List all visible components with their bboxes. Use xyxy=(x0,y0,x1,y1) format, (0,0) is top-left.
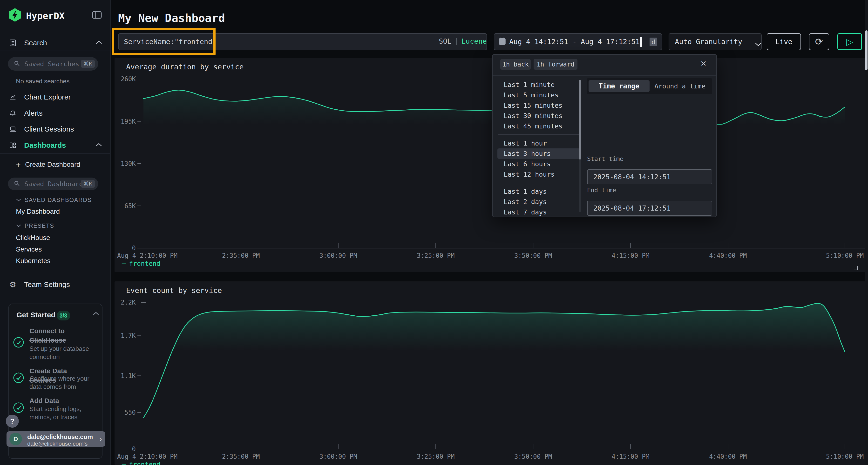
svg-text:0: 0 xyxy=(132,445,136,453)
svg-text:0: 0 xyxy=(132,244,136,252)
presets-group-header[interactable]: PRESETS xyxy=(16,222,54,229)
app-root: HyperDX Search Saved Searches ⌘K No save… xyxy=(0,0,868,465)
quick-range-item[interactable]: Last 2 days xyxy=(497,197,580,207)
svg-text:2:35:00 PM: 2:35:00 PM xyxy=(222,453,260,460)
svg-text:5:10:00 PM: 5:10:00 PM xyxy=(826,252,864,259)
help-button[interactable]: ? xyxy=(6,414,19,428)
chevron-up-icon xyxy=(95,40,102,45)
list-divider xyxy=(498,134,579,135)
sidebar-item-search[interactable]: Search xyxy=(0,37,111,48)
quick-range-scrollbar[interactable] xyxy=(579,80,581,212)
svg-text:2.2K: 2.2K xyxy=(121,299,136,306)
start-time-input[interactable] xyxy=(587,169,712,184)
chevron-up-icon[interactable] xyxy=(93,312,99,317)
saved-dashboard-item[interactable]: My Dashboard xyxy=(16,208,60,215)
chart-legend[interactable]: — frontend xyxy=(122,461,160,465)
lucene-toggle[interactable]: Lucene xyxy=(462,37,487,45)
svg-text:3:00:00 PM: 3:00:00 PM xyxy=(319,453,357,460)
chevron-down-icon xyxy=(755,40,762,48)
time-range-value: Aug 4 14:12:51 - Aug 4 17:12:51 xyxy=(509,38,640,46)
create-dashboard-label: Create Dashboard xyxy=(25,161,80,168)
quick-range-item[interactable]: Last 12 hours xyxy=(497,169,580,179)
check-circle-icon xyxy=(13,337,24,348)
svg-text:3:00:00 PM: 3:00:00 PM xyxy=(319,252,357,259)
chart-panel-avg-duration: Average duration by service 065K130K195K… xyxy=(115,58,866,272)
quick-range-item[interactable]: Last 1 days xyxy=(497,186,580,197)
preset-item[interactable]: Kubernetes xyxy=(16,257,51,265)
svg-text:3:50:00 PM: 3:50:00 PM xyxy=(514,252,552,259)
granularity-select[interactable]: Auto Granularity xyxy=(669,33,762,50)
svg-text:3:25:00 PM: 3:25:00 PM xyxy=(417,252,455,259)
preset-item[interactable]: Services xyxy=(16,245,42,253)
get-started-title: Get Started xyxy=(17,311,56,319)
live-button[interactable]: Live xyxy=(767,33,801,50)
close-icon[interactable]: ✕ xyxy=(700,59,707,68)
tab-time-range[interactable]: Time range xyxy=(589,80,650,92)
panel-resize-handle[interactable] xyxy=(854,266,858,270)
chevron-down-icon xyxy=(16,224,21,227)
list-divider xyxy=(498,182,579,183)
quick-range-item[interactable]: Last 7 days xyxy=(497,207,580,217)
chevron-up-icon xyxy=(95,143,102,148)
shortcut-badge: ⌘K xyxy=(81,180,95,188)
quick-range-item[interactable]: Last 3 hours xyxy=(497,148,580,159)
quick-range-item[interactable]: Last 5 minutes xyxy=(497,90,580,100)
refresh-icon: ⟳ xyxy=(815,36,823,47)
avatar: D xyxy=(9,433,22,445)
sidebar-item-team-settings[interactable]: ⚙ Team Settings xyxy=(0,279,111,290)
group-label: SAVED DASHBOARDS xyxy=(25,197,92,203)
legend-swatch: — xyxy=(122,461,126,465)
quick-range-item[interactable]: Last 15 minutes xyxy=(497,100,580,110)
end-time-input[interactable] xyxy=(587,201,712,215)
quick-range-item[interactable]: Last 6 hours xyxy=(497,159,580,169)
saved-dashboards-placeholder: Saved Dashboards xyxy=(24,180,87,188)
bell-icon xyxy=(9,110,17,117)
scrollbar-thumb[interactable] xyxy=(579,80,581,160)
quick-range-item[interactable]: Last 45 minutes xyxy=(497,121,580,131)
shift-forward-button[interactable]: 1h forward xyxy=(534,59,578,70)
window-scrollbar-thumb[interactable] xyxy=(865,30,868,70)
quick-range-item[interactable]: Last 1 minute xyxy=(497,79,580,90)
sidebar-item-label: Alerts xyxy=(24,109,43,117)
sidebar-item-client-sessions[interactable]: Client Sessions xyxy=(0,124,111,135)
page-title: My New Dashboard xyxy=(118,11,225,25)
search-section-icon xyxy=(9,39,17,46)
preset-item[interactable]: ClickHouse xyxy=(16,234,50,242)
shift-back-button[interactable]: 1h back xyxy=(500,59,531,70)
quick-range-item[interactable]: Last 1 hour xyxy=(497,138,580,148)
dashboards-icon xyxy=(9,142,17,149)
svg-text:Aug 4 2:10:00 PM: Aug 4 2:10:00 PM xyxy=(117,453,178,460)
brand-name: HyperDX xyxy=(26,10,65,21)
granularity-value: Auto Granularity xyxy=(675,38,742,46)
user-menu[interactable]: D dale@clickhouse.com dale@clickhouse.co… xyxy=(6,431,105,447)
chart-legend[interactable]: — frontend xyxy=(122,260,160,267)
quick-range-item[interactable]: Last 30 minutes xyxy=(497,110,580,121)
sidebar-collapse-icon[interactable] xyxy=(92,11,102,20)
saved-dashboards-input[interactable]: Saved Dashboards ⌘K xyxy=(8,177,98,190)
laptop-icon xyxy=(9,126,17,133)
sidebar-item-chart-explorer[interactable]: Chart Explorer xyxy=(0,92,111,103)
window-scrollbar[interactable] xyxy=(865,0,868,465)
sidebar: HyperDX Search Saved Searches ⌘K No save… xyxy=(0,0,111,465)
tab-around-a-time[interactable]: Around a time xyxy=(650,80,710,92)
svg-text:Aug 4 2:10:00 PM: Aug 4 2:10:00 PM xyxy=(117,252,178,259)
plus-icon: + xyxy=(16,160,21,169)
time-range-input[interactable]: Aug 4 14:12:51 - Aug 4 17:12:51 d xyxy=(494,33,662,50)
avg-duration-chart: 065K130K195K260KAug 4 2:10:00 PM2:35:00 … xyxy=(115,58,866,272)
saved-searches-placeholder: Saved Searches xyxy=(24,60,79,68)
check-circle-icon xyxy=(13,372,24,383)
legend-label: frontend xyxy=(129,260,160,267)
time-picker-tabs: Time range Around a time xyxy=(587,78,712,94)
saved-dashboards-group-header[interactable]: SAVED DASHBOARDS xyxy=(16,197,92,203)
svg-text:195K: 195K xyxy=(121,118,136,125)
play-icon: ▷ xyxy=(846,37,853,47)
create-dashboard-button[interactable]: + Create Dashboard xyxy=(0,159,111,170)
check-circle-icon xyxy=(13,402,24,413)
query-language-toggle[interactable]: SQL|Lucene xyxy=(439,37,487,45)
refresh-button[interactable]: ⟳ xyxy=(809,33,829,50)
run-query-button[interactable]: ▷ xyxy=(837,33,862,50)
saved-searches-input[interactable]: Saved Searches ⌘K xyxy=(8,57,98,71)
sql-toggle[interactable]: SQL xyxy=(439,37,452,45)
sidebar-item-alerts[interactable]: Alerts xyxy=(0,108,111,119)
sidebar-item-dashboards[interactable]: Dashboards xyxy=(0,140,111,151)
